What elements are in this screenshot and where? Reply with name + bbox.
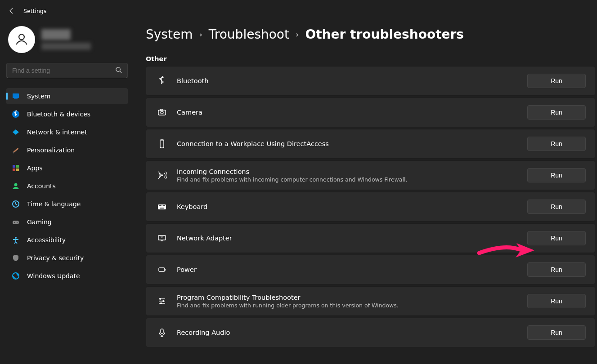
run-button[interactable]: Run <box>527 137 586 151</box>
troubleshooter-title: Connection to a Workplace Using DirectAc… <box>177 140 329 147</box>
sidebar-item-label: Gaming <box>27 218 52 226</box>
sidebar-item-accounts[interactable]: Accounts <box>6 178 128 194</box>
run-button[interactable]: Run <box>527 200 586 214</box>
svg-point-19 <box>161 111 163 114</box>
sidebar-item-system[interactable]: System <box>6 88 128 104</box>
sidebar-item-network-internet[interactable]: Network & internet <box>6 124 128 140</box>
sidebar-item-personalization[interactable]: Personalization <box>6 142 128 158</box>
phone-icon <box>157 139 167 149</box>
sidebar-item-windows-update[interactable]: Windows Update <box>6 268 128 284</box>
breadcrumb-current: Other troubleshooters <box>305 27 464 42</box>
svg-rect-25 <box>159 205 160 206</box>
svg-point-11 <box>14 183 18 186</box>
troubleshooter-row: Bluetooth Run <box>146 66 595 96</box>
troubleshooter-row: Recording Audio Run <box>146 318 595 347</box>
breadcrumb-system[interactable]: System <box>146 27 193 42</box>
profile-name-redacted <box>41 29 91 50</box>
svg-rect-6 <box>13 148 19 153</box>
svg-point-40 <box>159 298 161 300</box>
breadcrumb: System › Troubleshoot › Other troublesho… <box>146 27 597 42</box>
run-button[interactable]: Run <box>527 325 586 340</box>
troubleshooter-title: Camera <box>177 109 202 116</box>
power-icon <box>157 265 167 275</box>
sidebar-item-label: Network & internet <box>27 129 87 136</box>
breadcrumb-troubleshoot[interactable]: Troubleshoot <box>209 27 289 42</box>
svg-point-41 <box>162 300 164 302</box>
netadapter-icon <box>157 233 167 243</box>
run-button[interactable]: Run <box>527 294 586 308</box>
titlebar: Settings <box>0 0 597 22</box>
svg-rect-24 <box>158 204 166 209</box>
troubleshooter-row: Incoming Connections Find and fix proble… <box>146 160 595 190</box>
back-button[interactable] <box>8 7 15 14</box>
svg-rect-10 <box>16 169 19 171</box>
svg-line-2 <box>120 71 121 73</box>
run-button[interactable]: Run <box>527 262 586 277</box>
run-button[interactable]: Run <box>527 168 586 182</box>
svg-rect-21 <box>160 140 164 148</box>
sidebar-item-label: Accessibility <box>27 236 66 244</box>
run-button[interactable]: Run <box>527 105 586 120</box>
search-input[interactable] <box>6 63 128 78</box>
sidebar-item-label: Personalization <box>27 146 75 154</box>
nav-list: System Bluetooth & devices Network & int… <box>6 88 135 284</box>
signal-icon <box>157 170 167 180</box>
troubleshooter-title: Bluetooth <box>177 77 208 84</box>
svg-rect-9 <box>13 169 15 171</box>
personalization-icon <box>12 146 20 154</box>
run-button[interactable]: Run <box>527 74 586 88</box>
troubleshooter-row: Power Run <box>146 255 595 284</box>
update-icon <box>12 272 20 280</box>
svg-rect-13 <box>13 221 19 224</box>
troubleshooter-title: Network Adapter <box>177 235 232 242</box>
accounts-icon <box>12 182 20 190</box>
troubleshooter-desc: Find and fix problems with running older… <box>177 302 399 309</box>
troubleshooter-title: Power <box>177 266 197 273</box>
svg-rect-36 <box>165 269 166 271</box>
network-icon <box>12 128 20 136</box>
svg-point-1 <box>116 67 120 71</box>
sidebar-item-label: Bluetooth & devices <box>27 111 90 118</box>
sidebar-item-privacy-security[interactable]: Privacy & security <box>6 250 128 266</box>
sidebar-item-label: Time & language <box>27 200 81 208</box>
troubleshooter-row: Network Adapter Run <box>146 223 595 253</box>
sidebar-item-time-language[interactable]: Time & language <box>6 196 128 212</box>
search-field[interactable] <box>12 67 115 74</box>
sidebar-item-apps[interactable]: Apps <box>6 160 128 176</box>
chevron-right-icon: › <box>199 30 202 39</box>
troubleshooter-title: Incoming Connections <box>177 168 407 175</box>
svg-rect-28 <box>163 205 164 206</box>
svg-point-14 <box>14 222 15 223</box>
section-label-other: Other <box>146 55 597 62</box>
troubleshooter-row: Keyboard Run <box>146 192 595 222</box>
apps-icon <box>12 164 20 172</box>
time-icon <box>12 200 20 208</box>
sidebar-item-gaming[interactable]: Gaming <box>6 214 128 230</box>
profile-block[interactable] <box>8 26 130 53</box>
svg-point-16 <box>15 237 17 239</box>
svg-rect-27 <box>162 205 162 206</box>
sidebar-item-label: Windows Update <box>27 272 80 280</box>
svg-point-23 <box>161 174 163 176</box>
sidebar-item-label: Accounts <box>27 182 56 190</box>
svg-rect-3 <box>13 93 19 98</box>
chevron-right-icon: › <box>296 30 299 39</box>
run-button[interactable]: Run <box>527 231 586 245</box>
mic-icon <box>157 328 167 337</box>
sidebar-item-accessibility[interactable]: Accessibility <box>6 232 128 248</box>
svg-rect-4 <box>14 98 18 99</box>
privacy-icon <box>12 254 20 262</box>
search-icon <box>115 67 122 75</box>
troubleshooter-desc: Find and fix problems with incoming comp… <box>177 176 407 183</box>
svg-rect-43 <box>161 329 163 333</box>
svg-rect-7 <box>13 165 15 168</box>
svg-rect-29 <box>164 205 165 206</box>
svg-point-34 <box>162 237 162 238</box>
accessibility-icon <box>12 236 20 244</box>
camera-icon <box>157 107 167 117</box>
sidebar-item-bluetooth-devices[interactable]: Bluetooth & devices <box>6 106 128 122</box>
svg-point-42 <box>160 302 162 304</box>
sidebar-item-label: Apps <box>27 164 43 172</box>
main-content: System › Troubleshoot › Other troublesho… <box>146 22 597 364</box>
svg-rect-30 <box>160 208 164 209</box>
